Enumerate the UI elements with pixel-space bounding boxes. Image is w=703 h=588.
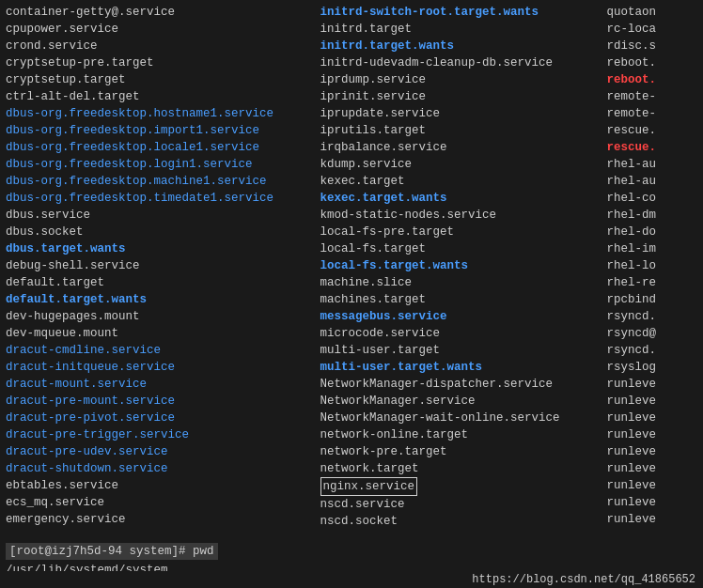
nginx-service-item: nginx.service xyxy=(320,477,601,496)
column-1: container-getty@.service cpupower.servic… xyxy=(6,4,320,530)
list-item: runleve xyxy=(607,477,692,494)
list-item: machines.target xyxy=(320,291,601,308)
list-item: iprutils.target xyxy=(320,122,601,139)
list-item: debug-shell.service xyxy=(6,257,315,274)
list-item: NetworkManager.service xyxy=(320,393,601,410)
list-item: quotaon xyxy=(607,4,692,21)
bottom-bar: https://blog.csdn.net/qq_41865652 xyxy=(0,571,703,588)
list-item: network-pre.target xyxy=(320,443,601,460)
list-item: dbus.target.wants xyxy=(6,240,315,257)
list-item: rsyslog xyxy=(607,359,692,376)
list-item: rhel-im xyxy=(607,240,692,257)
list-item: network-online.target xyxy=(320,426,601,443)
list-item: runleve xyxy=(607,443,692,460)
prompt-line: [root@izj7h5d-94 system]# pwd xyxy=(6,543,218,560)
list-item: machine.slice xyxy=(320,274,601,291)
list-item: nscd.service xyxy=(320,496,601,513)
list-item: local-fs-pre.target xyxy=(320,224,601,240)
list-item: ecs_mq.service xyxy=(6,494,315,511)
file-listing: container-getty@.service cpupower.servic… xyxy=(6,4,697,530)
list-item: dbus.socket xyxy=(6,224,315,240)
list-item: dbus-org.freedesktop.timedate1.service xyxy=(6,190,315,207)
list-item: dbus-org.freedesktop.hostname1.service xyxy=(6,105,315,122)
list-item: rhel-co xyxy=(607,190,692,207)
list-item: crond.service xyxy=(6,38,315,54)
list-item: iprinit.service xyxy=(320,88,601,105)
list-item: reboot. xyxy=(607,54,692,71)
list-item: remote- xyxy=(607,105,692,122)
list-item: dracut-mount.service xyxy=(6,376,315,393)
list-item: iprupdate.service xyxy=(320,105,601,122)
list-item: dbus.service xyxy=(6,207,315,224)
list-item: cryptsetup-pre.target xyxy=(6,54,315,71)
list-item: nscd.socket xyxy=(320,513,601,530)
blog-url: https://blog.csdn.net/qq_41865652 xyxy=(472,573,695,586)
prompt-area: [root@izj7h5d-94 system]# pwd xyxy=(6,543,697,560)
list-item: dev-mqueue.mount xyxy=(6,325,315,342)
list-item: runleve xyxy=(607,460,692,477)
list-item: rsyncd. xyxy=(607,342,692,359)
list-item: dbus-org.freedesktop.import1.service xyxy=(6,122,315,139)
list-item: multi-user.target.wants xyxy=(320,359,601,376)
list-item: initrd-switch-root.target.wants xyxy=(320,4,601,21)
list-item: ebtables.service xyxy=(6,477,315,494)
list-item: dracut-initqueue.service xyxy=(6,359,315,376)
list-item: rescue. xyxy=(607,122,692,139)
list-item: reboot. xyxy=(607,71,692,88)
list-item: messagebus.service xyxy=(320,308,601,325)
list-item: dracut-cmdline.service xyxy=(6,342,315,359)
list-item: remote- xyxy=(607,88,692,105)
list-item: default.target.wants xyxy=(6,291,315,308)
list-item: runleve xyxy=(607,426,692,443)
list-item: irqbalance.service xyxy=(320,139,601,156)
list-item: dbus-org.freedesktop.locale1.service xyxy=(6,139,315,156)
list-item: rhel-do xyxy=(607,224,692,240)
list-item: NetworkManager-wait-online.service xyxy=(320,410,601,426)
list-item: local-fs.target xyxy=(320,240,601,257)
list-item: network.target xyxy=(320,460,601,477)
list-item: cryptsetup.target xyxy=(6,71,315,88)
list-item: dbus-org.freedesktop.machine1.service xyxy=(6,173,315,190)
list-item: iprdump.service xyxy=(320,71,601,88)
list-item: rdisc.s xyxy=(607,38,692,54)
list-item: microcode.service xyxy=(320,325,601,342)
list-item: NetworkManager-dispatcher.service xyxy=(320,376,601,393)
list-item: kexec.target xyxy=(320,173,601,190)
list-item: initrd.target xyxy=(320,21,601,38)
list-item: dbus-org.freedesktop.login1.service xyxy=(6,156,315,173)
list-item: rsyncd. xyxy=(607,308,692,325)
list-item: rescue. xyxy=(607,139,692,156)
list-item: dracut-shutdown.service xyxy=(6,460,315,477)
list-item: rsyncd@ xyxy=(607,325,692,342)
list-item: runleve xyxy=(607,494,692,511)
list-item: dracut-pre-pivot.service xyxy=(6,410,315,426)
list-item: rhel-au xyxy=(607,173,692,190)
list-item: rhel-re xyxy=(607,274,692,291)
terminal: container-getty@.service cpupower.servic… xyxy=(0,0,703,588)
list-item: initrd.target.wants xyxy=(320,38,601,54)
list-item: rc-loca xyxy=(607,21,692,38)
list-item: rhel-au xyxy=(607,156,692,173)
list-item: multi-user.target xyxy=(320,342,601,359)
list-item: runleve xyxy=(607,376,692,393)
list-item: emergency.service xyxy=(6,511,315,528)
list-item: local-fs.target.wants xyxy=(320,257,601,274)
list-item: cpupower.service xyxy=(6,21,315,38)
list-item: rhel-lo xyxy=(607,257,692,274)
list-item: container-getty@.service xyxy=(6,4,315,21)
list-item: dracut-pre-udev.service xyxy=(6,443,315,460)
column-2: initrd-switch-root.target.wants initrd.t… xyxy=(320,4,607,530)
list-item: rpcbind xyxy=(607,291,692,308)
list-item: default.target xyxy=(6,274,315,291)
list-item: kdump.service xyxy=(320,156,601,173)
list-item: rhel-dm xyxy=(607,207,692,224)
list-item: initrd-udevadm-cleanup-db.service xyxy=(320,54,601,71)
list-item: runleve xyxy=(607,393,692,410)
list-item: runleve xyxy=(607,410,692,426)
list-item: ctrl-alt-del.target xyxy=(6,88,315,105)
list-item: kexec.target.wants xyxy=(320,190,601,207)
column-3: quotaon rc-loca rdisc.s reboot. reboot. … xyxy=(607,4,697,530)
list-item: dracut-pre-mount.service xyxy=(6,393,315,410)
list-item: dev-hugepages.mount xyxy=(6,308,315,325)
list-item: kmod-static-nodes.service xyxy=(320,207,601,224)
